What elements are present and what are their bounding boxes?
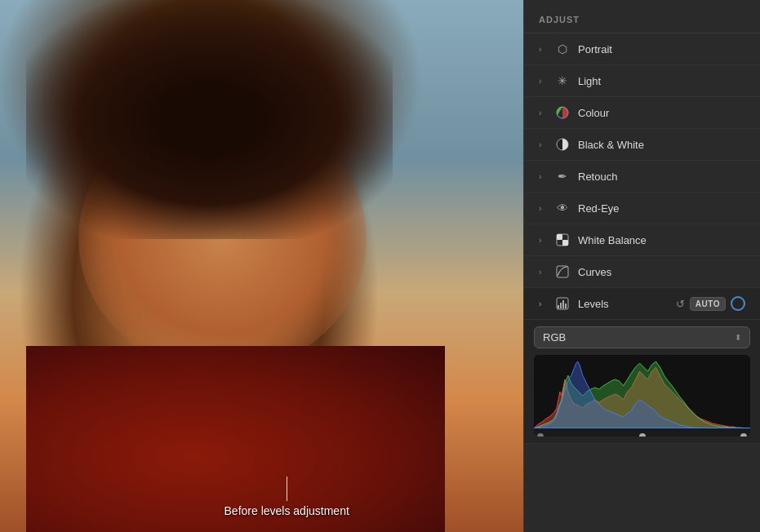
label-levels: Levels	[578, 298, 676, 310]
rgb-value: RGB	[543, 331, 566, 344]
adjust-title: ADJUST	[539, 15, 580, 24]
svg-rect-7	[558, 305, 559, 308]
levels-icon	[555, 296, 570, 311]
curves-icon	[555, 264, 570, 279]
levels-header[interactable]: › Levels ↺ AUTO	[524, 288, 760, 320]
histogram-svg	[534, 355, 750, 428]
chevron-wb: ›	[539, 236, 547, 245]
svg-rect-8	[560, 303, 562, 308]
adjust-header: ADJUST	[524, 0, 760, 33]
tooltip-text: Before levels adjustment	[224, 504, 349, 517]
adjust-item-redeye[interactable]: › 👁 Red-Eye	[524, 193, 760, 224]
chevron-light: ›	[539, 77, 547, 86]
redeye-icon: 👁	[555, 201, 570, 215]
levels-mid-slider[interactable]	[639, 433, 646, 437]
adjust-item-portrait[interactable]: › ⬡ Portrait	[524, 33, 760, 65]
chevron-bw: ›	[539, 140, 547, 149]
tooltip-line	[287, 477, 287, 501]
bw-icon	[555, 137, 570, 152]
label-redeye: Red-Eye	[578, 202, 745, 215]
colour-icon	[555, 105, 570, 120]
undo-button[interactable]: ↺	[676, 298, 685, 310]
label-bw: Black & White	[578, 139, 745, 151]
svg-rect-9	[562, 300, 564, 308]
dropdown-arrow-icon: ⬍	[735, 333, 741, 342]
adjust-item-bw[interactable]: › Black & White	[524, 129, 760, 161]
svg-rect-5	[557, 266, 568, 277]
auto-button[interactable]: AUTO	[690, 297, 726, 311]
adjust-item-colour[interactable]: › Colour	[524, 97, 760, 129]
label-curves: Curves	[578, 266, 745, 278]
svg-rect-4	[562, 240, 568, 246]
levels-shadow-slider[interactable]	[537, 433, 544, 437]
photo-background	[0, 0, 523, 532]
chevron-colour: ›	[539, 109, 547, 117]
label-light: Light	[578, 75, 745, 87]
svg-rect-10	[565, 304, 567, 308]
chevron-portrait: ›	[539, 45, 547, 54]
levels-actions: ↺ AUTO	[676, 296, 745, 311]
levels-section: › Levels ↺ AUTO	[524, 288, 760, 444]
chevron-redeye: ›	[539, 204, 547, 213]
adjust-item-retouch[interactable]: › ✒ Retouch	[524, 161, 760, 193]
levels-highlight-slider[interactable]	[740, 433, 747, 437]
chevron-retouch: ›	[539, 172, 547, 181]
label-wb: White Balance	[578, 234, 745, 246]
histogram-controls	[534, 432, 750, 437]
adjust-item-light[interactable]: › ✳ Light	[524, 65, 760, 97]
chevron-levels: ›	[539, 299, 547, 308]
label-portrait: Portrait	[578, 43, 745, 55]
adjust-item-curves[interactable]: › Curves	[524, 256, 760, 288]
right-panel: ADJUST › ⬡ Portrait › ✳ Light ›	[523, 0, 760, 532]
hair-layer	[26, 0, 393, 239]
wb-icon	[555, 233, 570, 247]
svg-rect-3	[557, 234, 562, 240]
adjust-item-wb[interactable]: › White Balance	[524, 224, 760, 256]
label-colour: Colour	[578, 107, 745, 119]
label-retouch: Retouch	[578, 171, 745, 183]
circle-button[interactable]	[731, 296, 745, 311]
light-icon: ✳	[555, 73, 570, 88]
adjust-list[interactable]: › ⬡ Portrait › ✳ Light › Colour	[524, 33, 760, 532]
retouch-icon: ✒	[555, 169, 570, 184]
photo-panel: Before levels adjustment	[0, 0, 523, 532]
portrait-icon: ⬡	[555, 42, 570, 56]
histogram-container	[534, 355, 750, 437]
rgb-dropdown[interactable]: RGB ⬍	[534, 326, 750, 348]
tooltip: Before levels adjustment	[224, 477, 349, 517]
chevron-curves: ›	[539, 268, 547, 277]
